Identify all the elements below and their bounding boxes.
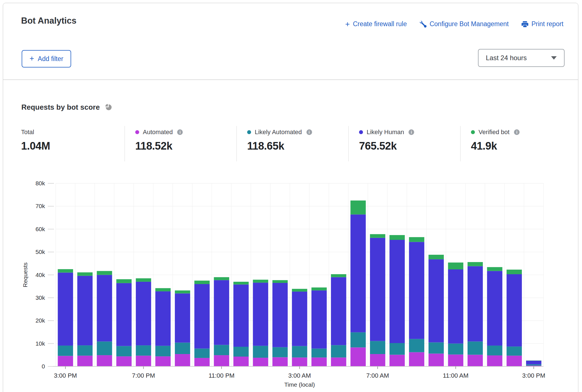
- bar-segment-likely-automated[interactable]: [331, 345, 346, 357]
- bar-segment-likely-automated[interactable]: [409, 339, 424, 352]
- bar-segment-likely-human[interactable]: [370, 238, 385, 341]
- bar-segment-likely-human[interactable]: [77, 276, 93, 345]
- bar-segment-automated[interactable]: [389, 355, 405, 366]
- bar-segment-verified-bot[interactable]: [409, 237, 424, 242]
- bar-segment-likely-human[interactable]: [526, 361, 541, 364]
- bar-segment-automated[interactable]: [155, 356, 171, 366]
- bar-segment-automated[interactable]: [468, 355, 483, 366]
- info-icon[interactable]: i: [177, 129, 183, 135]
- bar-segment-likely-human[interactable]: [116, 283, 132, 346]
- info-icon[interactable]: i: [514, 129, 520, 135]
- bar-segment-likely-human[interactable]: [409, 242, 424, 339]
- bar-segment-verified-bot[interactable]: [448, 263, 463, 269]
- bar-segment-verified-bot[interactable]: [136, 278, 151, 282]
- bar-segment-verified-bot[interactable]: [233, 282, 249, 285]
- bar-segment-automated[interactable]: [97, 355, 112, 366]
- bar-segment-likely-automated[interactable]: [194, 349, 209, 358]
- bar-segment-verified-bot[interactable]: [331, 274, 346, 277]
- bar-segment-verified-bot[interactable]: [468, 262, 483, 266]
- bar-segment-automated[interactable]: [409, 352, 424, 366]
- bar-segment-likely-automated[interactable]: [253, 346, 268, 358]
- bar-segment-likely-human[interactable]: [507, 274, 522, 346]
- bar-segment-automated[interactable]: [292, 357, 307, 366]
- bar-segment-likely-automated[interactable]: [526, 364, 541, 366]
- bar-segment-verified-bot[interactable]: [487, 267, 502, 271]
- bar-segment-verified-bot[interactable]: [77, 272, 93, 276]
- bar-segment-verified-bot[interactable]: [292, 289, 307, 292]
- bar-segment-verified-bot[interactable]: [155, 288, 171, 291]
- add-filter-button[interactable]: + Add filter: [22, 50, 71, 67]
- bar-segment-likely-human[interactable]: [136, 282, 151, 345]
- bar-segment-likely-human[interactable]: [487, 271, 502, 346]
- print-report-link[interactable]: Print report: [522, 20, 563, 28]
- bar-segment-automated[interactable]: [194, 358, 209, 366]
- info-icon[interactable]: i: [306, 129, 312, 135]
- bar-segment-likely-automated[interactable]: [58, 346, 73, 356]
- bar-segment-likely-human[interactable]: [292, 292, 307, 346]
- time-range-select[interactable]: Last 24 hours: [478, 49, 565, 67]
- bar-segment-verified-bot[interactable]: [58, 269, 73, 272]
- bar-segment-likely-human[interactable]: [351, 215, 366, 332]
- bar-segment-likely-human[interactable]: [253, 283, 268, 346]
- bar-segment-likely-automated[interactable]: [507, 346, 522, 356]
- bar-segment-automated[interactable]: [58, 356, 73, 366]
- bar-segment-likely-human[interactable]: [272, 283, 288, 347]
- bar-segment-verified-bot[interactable]: [507, 270, 522, 274]
- bar-segment-verified-bot[interactable]: [370, 234, 385, 238]
- bar-segment-likely-automated[interactable]: [136, 345, 151, 356]
- bar-segment-verified-bot[interactable]: [389, 235, 405, 240]
- bar-segment-likely-human[interactable]: [58, 272, 73, 346]
- bar-segment-automated[interactable]: [331, 357, 346, 366]
- bar-segment-likely-automated[interactable]: [77, 345, 93, 356]
- bar-segment-likely-human[interactable]: [175, 293, 190, 343]
- bar-segment-likely-human[interactable]: [155, 291, 171, 346]
- bar-segment-verified-bot[interactable]: [526, 361, 541, 361]
- bar-segment-likely-automated[interactable]: [233, 347, 249, 357]
- configure-bot-management-link[interactable]: Configure Bot Management: [420, 20, 509, 28]
- bar-segment-likely-automated[interactable]: [448, 344, 463, 355]
- bar-segment-likely-automated[interactable]: [155, 346, 171, 356]
- bar-segment-automated[interactable]: [233, 357, 249, 366]
- info-icon[interactable]: i: [409, 129, 414, 135]
- bar-segment-verified-bot[interactable]: [272, 280, 288, 283]
- bar-segment-likely-automated[interactable]: [214, 345, 229, 355]
- bar-segment-automated[interactable]: [175, 354, 190, 366]
- bar-segment-likely-human[interactable]: [194, 284, 209, 348]
- bar-segment-verified-bot[interactable]: [116, 279, 132, 283]
- bar-segment-likely-automated[interactable]: [487, 346, 502, 355]
- bar-segment-likely-human[interactable]: [97, 275, 112, 342]
- bar-segment-likely-human[interactable]: [468, 266, 483, 342]
- bar-segment-automated[interactable]: [428, 353, 444, 366]
- bar-segment-verified-bot[interactable]: [175, 290, 190, 294]
- bar-segment-likely-automated[interactable]: [351, 332, 366, 348]
- bar-segment-likely-human[interactable]: [312, 290, 327, 349]
- bar-segment-automated[interactable]: [272, 357, 288, 366]
- bar-segment-verified-bot[interactable]: [428, 255, 444, 259]
- bar-segment-verified-bot[interactable]: [194, 281, 209, 284]
- bar-segment-likely-automated[interactable]: [97, 341, 112, 355]
- bar-segment-likely-automated[interactable]: [468, 341, 483, 355]
- bar-segment-automated[interactable]: [507, 356, 522, 366]
- bar-segment-likely-human[interactable]: [233, 285, 249, 347]
- bar-segment-verified-bot[interactable]: [312, 287, 327, 290]
- bar-segment-verified-bot[interactable]: [351, 200, 366, 215]
- bar-segment-likely-automated[interactable]: [428, 343, 444, 354]
- bar-segment-likely-automated[interactable]: [292, 346, 307, 358]
- bar-segment-automated[interactable]: [448, 355, 463, 366]
- bar-segment-likely-human[interactable]: [448, 269, 463, 344]
- bar-segment-likely-automated[interactable]: [370, 341, 385, 354]
- bar-segment-likely-automated[interactable]: [389, 343, 405, 355]
- create-firewall-rule-link[interactable]: + Create firewall rule: [345, 20, 407, 28]
- bar-segment-verified-bot[interactable]: [214, 277, 229, 280]
- bar-segment-likely-human[interactable]: [428, 259, 444, 342]
- bar-segment-likely-automated[interactable]: [175, 343, 190, 354]
- bar-segment-automated[interactable]: [136, 356, 151, 366]
- bar-segment-automated[interactable]: [77, 356, 93, 366]
- bar-segment-automated[interactable]: [116, 356, 132, 366]
- bar-segment-likely-human[interactable]: [389, 240, 405, 343]
- bar-segment-verified-bot[interactable]: [97, 271, 112, 275]
- bar-segment-likely-human[interactable]: [331, 277, 346, 345]
- bar-segment-verified-bot[interactable]: [253, 280, 268, 283]
- bar-segment-automated[interactable]: [487, 355, 502, 366]
- bar-segment-automated[interactable]: [214, 355, 229, 366]
